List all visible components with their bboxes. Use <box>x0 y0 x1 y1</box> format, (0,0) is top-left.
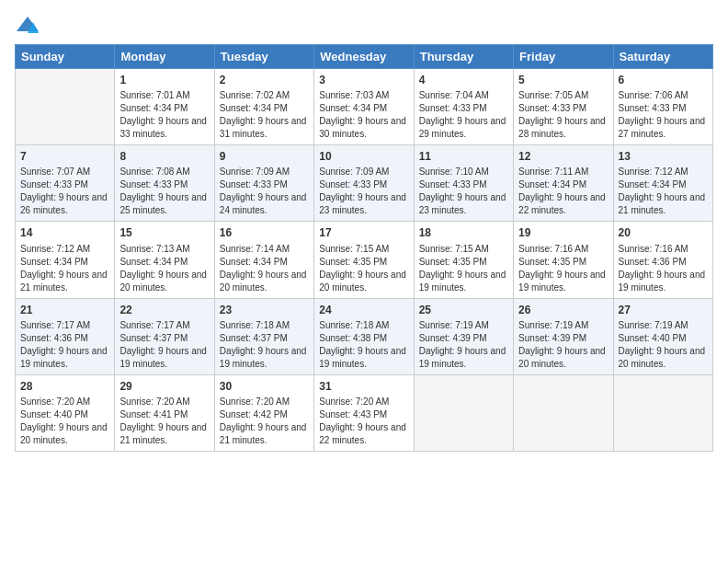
day-number: 8 <box>119 149 209 164</box>
day-info: Sunrise: 7:18 AMSunset: 4:37 PMDaylight:… <box>220 319 309 371</box>
day-number: 21 <box>20 303 109 317</box>
calendar-cell: 31Sunrise: 7:20 AMSunset: 4:43 PMDayligh… <box>314 374 414 451</box>
calendar-cell: 8Sunrise: 7:08 AMSunset: 4:33 PMDaylight… <box>115 145 214 222</box>
day-number: 1 <box>119 73 209 87</box>
day-number: 23 <box>220 303 309 317</box>
calendar-cell: 16Sunrise: 7:14 AMSunset: 4:34 PMDayligh… <box>214 222 313 298</box>
day-info: Sunrise: 7:18 AMSunset: 4:38 PMDaylight:… <box>319 319 408 371</box>
calendar-cell: 19Sunrise: 7:16 AMSunset: 4:35 PMDayligh… <box>514 222 613 298</box>
day-number: 6 <box>619 73 708 87</box>
day-number: 17 <box>319 225 408 240</box>
calendar-cell: 6Sunrise: 7:06 AMSunset: 4:33 PMDaylight… <box>613 69 712 145</box>
calendar-cell: 7Sunrise: 7:07 AMSunset: 4:33 PMDaylight… <box>16 145 115 222</box>
day-info: Sunrise: 7:12 AMSunset: 4:34 PMDaylight:… <box>619 166 708 217</box>
day-header-sunday: Sunday <box>16 45 115 69</box>
day-info: Sunrise: 7:20 AMSunset: 4:43 PMDaylight:… <box>319 396 408 447</box>
logo-icon <box>15 13 40 39</box>
day-number: 3 <box>319 73 408 87</box>
page: SundayMondayTuesdayWednesdayThursdayFrid… <box>0 0 728 563</box>
calendar-cell: 15Sunrise: 7:13 AMSunset: 4:34 PMDayligh… <box>115 222 214 298</box>
day-info: Sunrise: 7:15 AMSunset: 4:35 PMDaylight:… <box>319 243 408 294</box>
day-info: Sunrise: 7:19 AMSunset: 4:39 PMDaylight:… <box>518 319 608 371</box>
calendar-week-row: 1Sunrise: 7:01 AMSunset: 4:34 PMDaylight… <box>16 69 713 145</box>
calendar-cell: 29Sunrise: 7:20 AMSunset: 4:41 PMDayligh… <box>115 374 214 451</box>
calendar-cell: 12Sunrise: 7:11 AMSunset: 4:34 PMDayligh… <box>514 145 613 222</box>
calendar-cell: 10Sunrise: 7:09 AMSunset: 4:33 PMDayligh… <box>314 145 414 222</box>
calendar-cell: 22Sunrise: 7:17 AMSunset: 4:37 PMDayligh… <box>115 298 214 374</box>
calendar-week-row: 28Sunrise: 7:20 AMSunset: 4:40 PMDayligh… <box>16 374 713 451</box>
calendar-cell <box>16 69 115 145</box>
day-number: 14 <box>20 225 109 240</box>
calendar-table: SundayMondayTuesdayWednesdayThursdayFrid… <box>15 44 713 452</box>
calendar-cell: 23Sunrise: 7:18 AMSunset: 4:37 PMDayligh… <box>214 298 313 374</box>
day-number: 20 <box>619 225 708 240</box>
calendar-cell <box>514 374 613 451</box>
day-number: 15 <box>119 225 209 240</box>
day-number: 26 <box>518 303 608 317</box>
day-number: 11 <box>419 149 508 164</box>
day-info: Sunrise: 7:20 AMSunset: 4:41 PMDaylight:… <box>119 396 209 447</box>
day-info: Sunrise: 7:17 AMSunset: 4:36 PMDaylight:… <box>20 319 109 371</box>
day-info: Sunrise: 7:17 AMSunset: 4:37 PMDaylight:… <box>119 319 209 371</box>
calendar-cell: 28Sunrise: 7:20 AMSunset: 4:40 PMDayligh… <box>16 374 115 451</box>
calendar-cell: 26Sunrise: 7:19 AMSunset: 4:39 PMDayligh… <box>514 298 613 374</box>
day-info: Sunrise: 7:04 AMSunset: 4:33 PMDaylight:… <box>419 89 508 141</box>
day-info: Sunrise: 7:19 AMSunset: 4:40 PMDaylight:… <box>619 319 708 371</box>
day-number: 22 <box>119 303 209 317</box>
calendar-header-row: SundayMondayTuesdayWednesdayThursdayFrid… <box>16 45 713 69</box>
day-info: Sunrise: 7:13 AMSunset: 4:34 PMDaylight:… <box>119 243 209 294</box>
day-number: 31 <box>319 379 408 394</box>
day-number: 16 <box>220 225 309 240</box>
calendar-cell: 27Sunrise: 7:19 AMSunset: 4:40 PMDayligh… <box>613 298 712 374</box>
calendar-cell: 20Sunrise: 7:16 AMSunset: 4:36 PMDayligh… <box>613 222 712 298</box>
calendar-cell: 21Sunrise: 7:17 AMSunset: 4:36 PMDayligh… <box>16 298 115 374</box>
calendar-cell <box>414 374 513 451</box>
day-number: 7 <box>20 149 109 164</box>
day-info: Sunrise: 7:08 AMSunset: 4:33 PMDaylight:… <box>119 166 209 217</box>
logo <box>15 13 42 39</box>
calendar-cell: 4Sunrise: 7:04 AMSunset: 4:33 PMDaylight… <box>414 69 513 145</box>
day-number: 30 <box>220 379 309 394</box>
day-info: Sunrise: 7:06 AMSunset: 4:33 PMDaylight:… <box>619 89 708 141</box>
day-info: Sunrise: 7:12 AMSunset: 4:34 PMDaylight:… <box>20 243 109 294</box>
day-info: Sunrise: 7:09 AMSunset: 4:33 PMDaylight:… <box>319 166 408 217</box>
day-number: 2 <box>220 73 309 87</box>
day-header-friday: Friday <box>514 45 613 69</box>
day-number: 27 <box>619 303 708 317</box>
calendar-week-row: 7Sunrise: 7:07 AMSunset: 4:33 PMDaylight… <box>16 145 713 222</box>
day-info: Sunrise: 7:07 AMSunset: 4:33 PMDaylight:… <box>20 166 109 217</box>
day-number: 29 <box>119 379 209 394</box>
day-number: 12 <box>518 149 608 164</box>
day-number: 28 <box>20 379 109 394</box>
day-number: 25 <box>419 303 508 317</box>
day-number: 18 <box>419 225 508 240</box>
calendar-cell: 5Sunrise: 7:05 AMSunset: 4:33 PMDaylight… <box>514 69 613 145</box>
calendar-cell: 2Sunrise: 7:02 AMSunset: 4:34 PMDaylight… <box>214 69 313 145</box>
calendar-cell: 17Sunrise: 7:15 AMSunset: 4:35 PMDayligh… <box>314 222 414 298</box>
day-info: Sunrise: 7:16 AMSunset: 4:36 PMDaylight:… <box>619 243 708 294</box>
calendar-cell: 1Sunrise: 7:01 AMSunset: 4:34 PMDaylight… <box>115 69 214 145</box>
day-header-thursday: Thursday <box>414 45 513 69</box>
calendar-cell: 30Sunrise: 7:20 AMSunset: 4:42 PMDayligh… <box>214 374 313 451</box>
calendar-cell: 14Sunrise: 7:12 AMSunset: 4:34 PMDayligh… <box>16 222 115 298</box>
header <box>15 9 713 39</box>
calendar-cell: 24Sunrise: 7:18 AMSunset: 4:38 PMDayligh… <box>314 298 414 374</box>
day-info: Sunrise: 7:20 AMSunset: 4:42 PMDaylight:… <box>220 396 309 447</box>
calendar-cell: 3Sunrise: 7:03 AMSunset: 4:34 PMDaylight… <box>314 69 414 145</box>
day-number: 9 <box>220 149 309 164</box>
day-header-saturday: Saturday <box>613 45 712 69</box>
day-info: Sunrise: 7:16 AMSunset: 4:35 PMDaylight:… <box>518 243 608 294</box>
day-info: Sunrise: 7:01 AMSunset: 4:34 PMDaylight:… <box>119 89 209 141</box>
calendar-cell <box>613 374 712 451</box>
day-info: Sunrise: 7:03 AMSunset: 4:34 PMDaylight:… <box>319 89 408 141</box>
calendar-cell: 11Sunrise: 7:10 AMSunset: 4:33 PMDayligh… <box>414 145 513 222</box>
day-info: Sunrise: 7:20 AMSunset: 4:40 PMDaylight:… <box>20 396 109 447</box>
day-number: 13 <box>619 149 708 164</box>
calendar-cell: 13Sunrise: 7:12 AMSunset: 4:34 PMDayligh… <box>613 145 712 222</box>
calendar-cell: 18Sunrise: 7:15 AMSunset: 4:35 PMDayligh… <box>414 222 513 298</box>
day-number: 4 <box>419 73 508 87</box>
day-header-tuesday: Tuesday <box>214 45 313 69</box>
day-info: Sunrise: 7:02 AMSunset: 4:34 PMDaylight:… <box>220 89 309 141</box>
calendar-week-row: 21Sunrise: 7:17 AMSunset: 4:36 PMDayligh… <box>16 298 713 374</box>
day-number: 19 <box>518 225 608 240</box>
